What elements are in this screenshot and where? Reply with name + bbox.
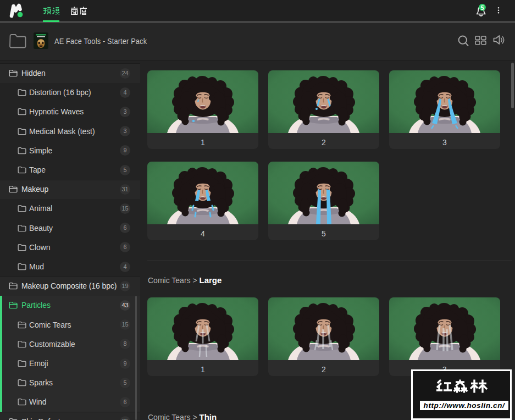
svg-text:5: 5 xyxy=(480,4,484,11)
